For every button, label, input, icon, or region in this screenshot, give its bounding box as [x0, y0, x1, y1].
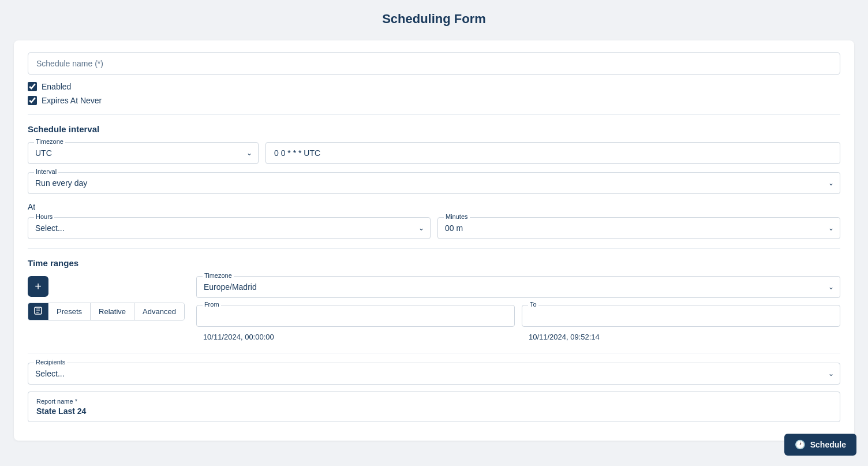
- date-display-row: 10/11/2024, 00:00:00 10/11/2024, 09:52:1…: [196, 330, 840, 344]
- schedule-button-label: Schedule: [810, 440, 846, 449]
- time-ranges-timezone-select[interactable]: Europe/Madrid: [197, 277, 840, 297]
- recipients-label: Recipients: [34, 359, 67, 366]
- divider-1: [28, 114, 840, 115]
- schedule-name-input[interactable]: [36, 59, 832, 68]
- hours-select[interactable]: Select...: [28, 218, 430, 238]
- tab-icon-button[interactable]: [28, 303, 48, 320]
- minutes-select[interactable]: 00 m: [438, 218, 840, 238]
- to-date-display: 10/11/2024, 09:52:14: [522, 330, 840, 344]
- divider-2: [28, 248, 840, 249]
- time-ranges-right: Timezone Europe/Madrid ⌄ From now/d To n…: [196, 276, 840, 344]
- time-ranges-timezone-label: Timezone: [203, 272, 234, 279]
- to-label: To: [528, 301, 538, 308]
- from-label: From: [203, 301, 221, 308]
- from-input[interactable]: now/d: [197, 305, 514, 326]
- hours-field[interactable]: Hours Select... ⌄: [28, 217, 431, 239]
- clock-icon: 🕐: [795, 439, 806, 450]
- from-field[interactable]: From now/d: [196, 305, 515, 327]
- time-ranges-left: + Presets Relative Advanced: [28, 276, 185, 320]
- timezone-label: Timezone: [34, 138, 65, 145]
- minutes-field[interactable]: Minutes 00 m ⌄: [437, 217, 840, 239]
- minutes-label: Minutes: [444, 213, 470, 220]
- cron-display: 0 0 * * * UTC: [265, 142, 840, 164]
- hours-label: Hours: [34, 213, 54, 220]
- report-name-value: State Last 24: [36, 407, 832, 416]
- tab-advanced[interactable]: Advanced: [134, 303, 184, 320]
- enabled-checkbox-row: Enabled: [28, 82, 840, 91]
- page-title: Scheduling Form: [14, 12, 854, 27]
- at-label: At: [28, 202, 840, 211]
- recipients-select[interactable]: Select...: [28, 363, 840, 384]
- schedule-interval-title: Schedule interval: [28, 124, 840, 134]
- recipients-field[interactable]: Recipients Select... ⌄: [28, 363, 840, 385]
- time-ranges-timezone-row: Timezone Europe/Madrid ⌄: [196, 276, 840, 298]
- report-name-label: Report name *: [36, 398, 832, 405]
- interval-row: Interval Run every day ⌄: [28, 172, 840, 194]
- timezone-field[interactable]: Timezone UTC ⌄: [28, 142, 259, 164]
- time-ranges-body: + Presets Relative Advanced Time: [28, 276, 840, 344]
- schedule-button[interactable]: 🕐 Schedule: [784, 434, 856, 456]
- report-name-field[interactable]: Report name * State Last 24: [28, 392, 840, 422]
- to-field[interactable]: To now: [522, 305, 840, 327]
- expires-at-never-checkbox[interactable]: [28, 96, 37, 105]
- timezone-cron-row: Timezone UTC ⌄ 0 0 * * * UTC: [28, 142, 840, 164]
- to-input[interactable]: now: [522, 305, 840, 326]
- add-time-range-button[interactable]: +: [28, 276, 48, 297]
- enabled-checkbox[interactable]: [28, 82, 37, 91]
- time-ranges-title: Time ranges: [28, 258, 840, 268]
- from-date-display: 10/11/2024, 00:00:00: [196, 330, 515, 344]
- timezone-select[interactable]: UTC: [28, 143, 258, 163]
- tab-relative[interactable]: Relative: [91, 303, 134, 320]
- expires-at-never-checkbox-row: Expires At Never: [28, 96, 840, 105]
- hours-minutes-row: Hours Select... ⌄ Minutes 00 m ⌄: [28, 217, 840, 239]
- from-to-row: From now/d To now: [196, 305, 840, 327]
- divider-3: [28, 353, 840, 353]
- main-form-container: Enabled Expires At Never Schedule interv…: [14, 40, 854, 441]
- time-range-tabs: Presets Relative Advanced: [28, 303, 185, 320]
- interval-field[interactable]: Interval Run every day ⌄: [28, 172, 840, 194]
- tab-presets[interactable]: Presets: [48, 303, 91, 320]
- expires-at-never-label: Expires At Never: [42, 96, 102, 105]
- enabled-label: Enabled: [42, 82, 71, 91]
- interval-label: Interval: [34, 168, 58, 175]
- time-ranges-timezone-field[interactable]: Timezone Europe/Madrid ⌄: [196, 276, 840, 298]
- schedule-name-field[interactable]: [28, 52, 840, 75]
- interval-select[interactable]: Run every day: [28, 173, 840, 193]
